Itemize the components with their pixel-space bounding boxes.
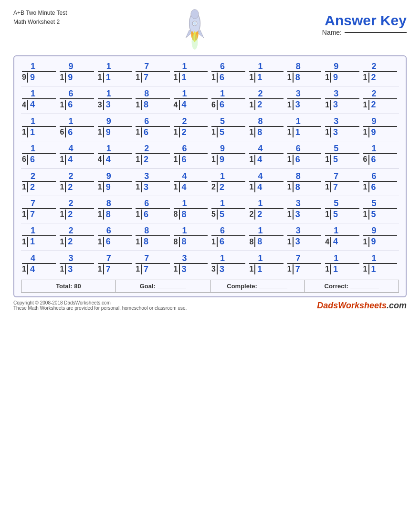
problem-0-4: 111 bbox=[173, 61, 210, 84]
problem-numerator-6-5: 6 bbox=[211, 226, 225, 235]
rocket-icon bbox=[173, 9, 216, 52]
problem-divisor-1-7: 1 bbox=[287, 100, 294, 110]
problem-divisor-3-2: 4 bbox=[98, 155, 104, 165]
problem-bottom-3-2: 44 bbox=[98, 153, 132, 165]
problem-divisor-0-0: 9 bbox=[22, 73, 28, 83]
problem-4-0: 212 bbox=[21, 171, 58, 194]
problem-bottom-2-2: 19 bbox=[98, 126, 132, 138]
problem-bottom-3-8: 15 bbox=[325, 153, 359, 165]
problem-3-9: 166 bbox=[362, 143, 399, 166]
problem-answer-1-7: 3 bbox=[294, 99, 300, 110]
problem-1-2: 133 bbox=[97, 88, 134, 111]
problem-bottom-5-9: 15 bbox=[363, 208, 397, 220]
header-center bbox=[67, 9, 322, 52]
problem-row-3: 166414144212616919414616515166 bbox=[21, 143, 399, 166]
problem-numerator-6-9: 9 bbox=[363, 226, 377, 235]
correct-label: Correct: bbox=[325, 283, 349, 290]
problem-answer-7-0: 4 bbox=[29, 264, 35, 275]
problem-3-6: 414 bbox=[248, 143, 285, 166]
problem-answer-5-7: 3 bbox=[294, 209, 300, 220]
problem-answer-7-7: 7 bbox=[294, 264, 300, 275]
problem-5-2: 818 bbox=[97, 198, 134, 221]
problem-answer-4-2: 9 bbox=[105, 182, 111, 193]
problem-2-9: 919 bbox=[362, 116, 399, 139]
problem-bottom-5-1: 12 bbox=[60, 208, 94, 220]
problem-divisor-5-5: 5 bbox=[211, 210, 218, 220]
problem-bottom-6-8: 44 bbox=[325, 235, 359, 247]
problem-2-4: 212 bbox=[173, 116, 210, 139]
problem-divisor-5-4: 8 bbox=[174, 210, 180, 220]
problem-numerator-2-7: 1 bbox=[287, 117, 301, 126]
problem-numerator-7-5: 1 bbox=[211, 254, 225, 262]
problem-numerator-7-2: 7 bbox=[98, 254, 111, 262]
problem-answer-4-6: 4 bbox=[256, 182, 262, 193]
problem-bottom-7-7: 17 bbox=[287, 263, 321, 275]
problem-divisor-1-9: 1 bbox=[363, 100, 369, 110]
problem-divisor-6-4: 8 bbox=[174, 237, 180, 247]
problem-answer-0-4: 1 bbox=[181, 72, 187, 83]
answer-key-label: Answer Key bbox=[325, 12, 407, 29]
problem-answer-5-9: 5 bbox=[370, 209, 376, 220]
problem-divisor-5-6: 2 bbox=[249, 210, 255, 220]
problem-3-3: 212 bbox=[135, 143, 171, 166]
problem-bottom-1-0: 44 bbox=[22, 98, 56, 110]
problem-4-7: 818 bbox=[286, 171, 323, 194]
problem-bottom-3-4: 16 bbox=[174, 153, 208, 165]
problem-divisor-6-6: 8 bbox=[249, 237, 255, 247]
problem-answer-7-4: 3 bbox=[181, 264, 187, 275]
problem-divisor-7-9: 1 bbox=[363, 264, 369, 274]
problem-bottom-5-3: 16 bbox=[136, 208, 169, 220]
problem-divisor-2-1: 6 bbox=[60, 127, 66, 137]
problem-numerator-7-0: 4 bbox=[22, 254, 35, 262]
row-divider-1 bbox=[21, 114, 399, 114]
problem-numerator-6-6: 1 bbox=[249, 226, 262, 235]
problem-numerator-1-0: 1 bbox=[22, 89, 35, 98]
problem-bottom-5-5: 55 bbox=[211, 208, 245, 220]
problem-4-9: 616 bbox=[362, 171, 399, 194]
problem-answer-7-2: 7 bbox=[105, 264, 111, 275]
problem-bottom-1-4: 44 bbox=[174, 98, 208, 110]
problem-numerator-6-2: 6 bbox=[98, 226, 111, 235]
problem-divisor-4-0: 1 bbox=[22, 182, 28, 192]
problem-numerator-4-0: 2 bbox=[22, 172, 35, 180]
problem-answer-7-9: 1 bbox=[370, 264, 376, 275]
problem-numerator-5-2: 8 bbox=[98, 199, 111, 208]
problem-6-4: 188 bbox=[173, 225, 210, 248]
problem-divisor-7-5: 3 bbox=[211, 264, 218, 274]
problem-2-8: 313 bbox=[324, 116, 361, 139]
problem-numerator-1-4: 1 bbox=[174, 89, 187, 98]
row-divider-0 bbox=[21, 86, 399, 86]
problem-bottom-2-4: 12 bbox=[174, 126, 208, 138]
problem-numerator-1-5: 1 bbox=[211, 89, 225, 98]
problem-bottom-4-9: 16 bbox=[363, 181, 397, 193]
problem-2-3: 616 bbox=[135, 116, 171, 139]
problem-answer-3-8: 5 bbox=[332, 154, 338, 165]
problem-divisor-5-7: 1 bbox=[287, 210, 294, 220]
problem-1-1: 616 bbox=[59, 88, 95, 111]
problem-bottom-7-6: 11 bbox=[249, 263, 283, 275]
problem-numerator-0-8: 9 bbox=[325, 62, 338, 71]
problem-answer-2-0: 1 bbox=[29, 127, 35, 138]
problem-bottom-0-5: 16 bbox=[211, 71, 245, 83]
problem-divisor-1-5: 6 bbox=[211, 100, 218, 110]
problem-divisor-4-5: 2 bbox=[211, 182, 218, 192]
problem-answer-6-9: 9 bbox=[370, 236, 376, 247]
problem-answer-6-7: 3 bbox=[294, 236, 300, 247]
problem-numerator-7-6: 1 bbox=[249, 254, 262, 262]
problem-numerator-7-1: 3 bbox=[60, 254, 73, 262]
problem-answer-7-6: 1 bbox=[256, 264, 262, 275]
problem-bottom-3-5: 19 bbox=[211, 153, 245, 165]
problem-bottom-1-7: 13 bbox=[287, 98, 321, 110]
problem-answer-3-9: 6 bbox=[370, 154, 376, 165]
problem-bottom-6-2: 16 bbox=[98, 235, 132, 247]
problem-divisor-7-6: 1 bbox=[249, 264, 255, 274]
problem-bottom-6-5: 16 bbox=[211, 235, 245, 247]
problem-numerator-5-4: 1 bbox=[174, 199, 187, 208]
problem-7-0: 414 bbox=[21, 253, 58, 276]
problem-bottom-0-1: 19 bbox=[60, 71, 94, 83]
problem-divisor-6-8: 4 bbox=[325, 237, 331, 247]
problem-numerator-2-9: 9 bbox=[363, 117, 377, 126]
problem-bottom-3-1: 14 bbox=[60, 153, 94, 165]
problem-bottom-2-0: 11 bbox=[22, 126, 56, 138]
problem-answer-6-5: 6 bbox=[219, 236, 224, 247]
